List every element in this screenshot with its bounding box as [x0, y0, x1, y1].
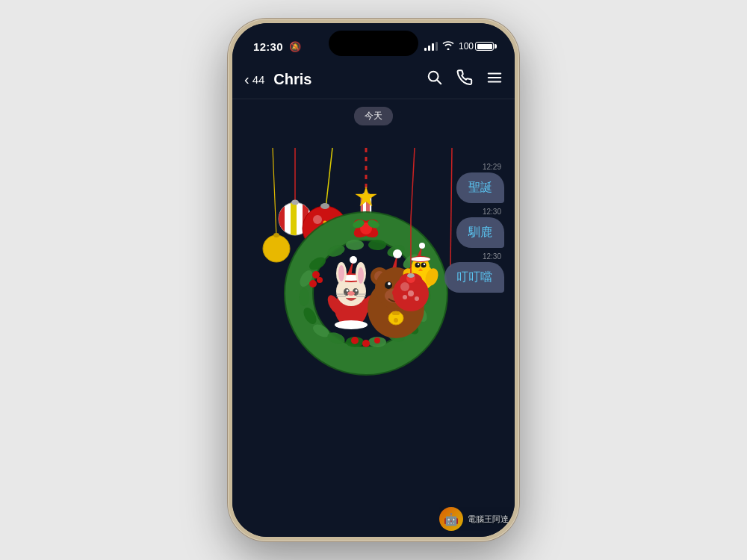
svg-point-128 [415, 296, 419, 301]
date-separator: 今天 [232, 99, 515, 133]
status-right: 100 [424, 40, 494, 52]
svg-point-20 [313, 215, 322, 224]
svg-point-113 [418, 264, 419, 265]
svg-rect-105 [392, 311, 400, 315]
svg-point-106 [394, 318, 398, 323]
watermark: 🤖 電腦王阿達 [439, 507, 509, 531]
message-time-3: 12:30 [483, 252, 501, 261]
battery: 100 [459, 41, 494, 52]
svg-point-118 [419, 243, 425, 249]
svg-point-129 [407, 273, 415, 278]
svg-point-119 [411, 257, 430, 261]
svg-line-8 [411, 148, 415, 219]
message-row: 12:29 聖誕 [456, 163, 504, 203]
svg-point-12 [273, 233, 279, 237]
svg-point-54 [317, 277, 323, 283]
svg-point-112 [421, 263, 427, 268]
chevron-left-icon: ‹ [244, 71, 249, 88]
message-row: 12:30 叮叮噹 [444, 252, 504, 293]
battery-level: 100 [459, 41, 474, 52]
watermark-text: 電腦王阿達 [468, 514, 509, 525]
messages-container: 12:29 聖誕 12:30 馴鹿 12:30 叮叮噹 [444, 163, 504, 293]
bell-icon: 🔕 [289, 41, 301, 52]
nav-bar: ‹ 44 Chris [232, 60, 515, 99]
svg-point-126 [408, 290, 414, 296]
svg-point-125 [400, 282, 409, 291]
svg-point-50 [346, 240, 364, 250]
watermark-icon: 🤖 [439, 507, 463, 531]
svg-point-18 [291, 200, 299, 205]
svg-point-74 [338, 265, 344, 281]
status-left: 12:30 🔕 [253, 40, 301, 53]
status-bar: 12:30 🔕 100 [232, 23, 515, 60]
signal-bars [424, 42, 438, 51]
svg-point-80 [356, 290, 358, 292]
svg-point-81 [347, 291, 355, 296]
wifi-icon [442, 40, 454, 52]
back-button[interactable]: ‹ 44 [244, 71, 264, 88]
svg-point-36 [299, 288, 309, 306]
search-icon[interactable] [427, 69, 443, 90]
svg-point-101 [388, 282, 391, 285]
svg-point-76 [358, 267, 364, 284]
menu-icon[interactable] [486, 69, 503, 90]
nav-icons [427, 69, 503, 90]
svg-point-60 [374, 337, 380, 343]
dynamic-island [329, 31, 418, 56]
svg-point-91 [393, 249, 402, 258]
phone-frame: 12:30 🔕 100 [228, 19, 519, 541]
chat-area: 12:29 聖誕 12:30 馴鹿 12:30 叮叮噹 🤖 電腦王阿達 [232, 133, 515, 537]
svg-rect-15 [279, 202, 285, 235]
message-time-1: 12:29 [483, 163, 501, 171]
phone-screen: 12:30 🔕 100 [232, 23, 515, 537]
message-bubble-2: 馴鹿 [456, 217, 504, 248]
battery-fill [477, 44, 492, 49]
svg-point-11 [263, 235, 290, 262]
status-time: 12:30 [253, 40, 283, 53]
message-bubble-3: 叮叮噹 [444, 262, 504, 293]
svg-point-114 [424, 264, 425, 265]
battery-body [475, 42, 494, 51]
svg-point-67 [335, 320, 368, 329]
unread-badge: 44 [252, 73, 265, 86]
svg-line-10 [273, 148, 276, 237]
svg-point-127 [403, 295, 407, 299]
contact-name: Chris [273, 71, 421, 88]
svg-point-59 [362, 340, 370, 347]
svg-point-79 [347, 290, 349, 292]
svg-point-58 [351, 337, 359, 344]
svg-point-53 [309, 280, 317, 287]
svg-point-26 [320, 203, 329, 209]
message-bubble-1: 聖誕 [456, 172, 504, 203]
sticker-wreath [250, 148, 474, 387]
svg-point-71 [350, 256, 357, 264]
svg-line-1 [437, 80, 441, 84]
date-label: 今天 [354, 107, 393, 125]
svg-point-111 [415, 263, 421, 268]
message-row: 12:30 馴鹿 [456, 208, 504, 248]
message-time-2: 12:30 [483, 208, 501, 216]
svg-rect-16 [291, 202, 297, 235]
svg-point-49 [368, 240, 386, 250]
phone-icon[interactable] [456, 69, 473, 90]
